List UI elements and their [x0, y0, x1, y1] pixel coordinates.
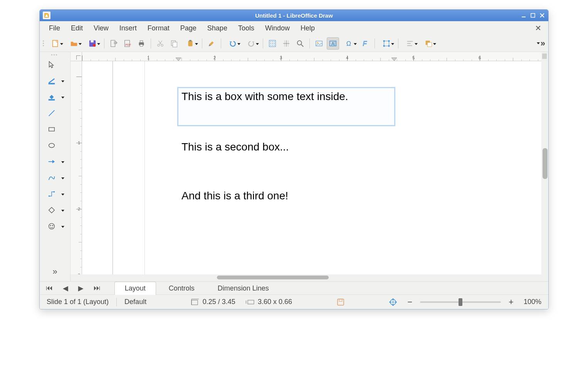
minimize-button[interactable] [521, 12, 527, 18]
first-slide-button[interactable]: ⏮ [44, 283, 54, 293]
status-style[interactable]: Default [122, 298, 149, 306]
arrange-icon[interactable] [420, 37, 437, 50]
last-slide-button[interactable]: ⏭ [92, 283, 102, 293]
side-toolbox: » [40, 52, 71, 281]
svg-rect-25 [188, 40, 193, 46]
svg-point-85 [50, 225, 51, 226]
app-icon [43, 12, 50, 19]
line-color-icon[interactable] [44, 75, 67, 87]
zoom-slider-knob[interactable] [459, 298, 462, 306]
transform-icon[interactable] [378, 37, 395, 50]
svg-rect-57 [383, 40, 385, 42]
save-icon[interactable] [84, 37, 101, 50]
svg-marker-87 [61, 226, 64, 228]
fill-color-icon[interactable] [44, 91, 67, 103]
menu-format[interactable]: Format [142, 23, 175, 34]
symbol-shapes-icon[interactable] [44, 220, 67, 232]
line-icon[interactable] [44, 107, 67, 119]
status-slide[interactable]: Slide 1 of 1 (Layout) [44, 298, 111, 306]
svg-rect-95 [338, 299, 344, 305]
menu-insert[interactable]: Insert [114, 23, 142, 34]
ellipse-icon[interactable] [44, 139, 67, 152]
svg-marker-12 [97, 43, 100, 45]
textbox-3[interactable]: And this is a third one! [178, 187, 394, 211]
snap-guides-icon[interactable] [280, 37, 292, 50]
toolbox-grip[interactable] [51, 54, 59, 55]
basic-shapes-icon[interactable] [44, 204, 67, 216]
toolbar-separator [375, 38, 375, 48]
close-button[interactable] [539, 12, 545, 18]
svg-marker-29 [256, 43, 259, 45]
image-icon[interactable] [313, 37, 325, 50]
textbox-2[interactable]: This is a second box... [178, 139, 394, 162]
zoom-out-button[interactable]: − [405, 297, 415, 307]
toolbox-overflow-button[interactable]: » [50, 264, 59, 279]
drawing-canvas[interactable]: This is a box with some text inside.This… [82, 61, 541, 274]
menu-file[interactable]: File [44, 23, 66, 34]
arrow-icon[interactable] [44, 155, 67, 168]
textbox-1[interactable]: This is a box with some text inside. [178, 88, 394, 125]
ruler-indent-marker[interactable] [176, 55, 181, 61]
toolbar-overflow-button[interactable]: » [537, 38, 545, 48]
svg-rect-6 [53, 40, 58, 47]
vertical-scroll-thumb[interactable] [543, 148, 548, 179]
fit-page-button[interactable] [386, 298, 400, 306]
status-save-icon[interactable] [334, 298, 347, 306]
paste-icon[interactable] [182, 37, 199, 50]
cut-icon[interactable] [154, 37, 166, 50]
svg-rect-26 [189, 40, 192, 41]
svg-marker-8 [79, 43, 82, 45]
open-icon[interactable] [66, 37, 82, 50]
zoom-in-button[interactable]: + [506, 297, 516, 307]
fontwork-icon[interactable]: F [359, 37, 371, 50]
textbox-icon[interactable]: A [327, 37, 339, 50]
svg-rect-58 [383, 45, 385, 47]
zoom-icon[interactable] [294, 37, 306, 50]
toolbar-grip[interactable] [43, 40, 45, 46]
layer-tab-layout[interactable]: Layout [114, 282, 156, 295]
svg-rect-18 [140, 44, 143, 46]
layer-tab-dimension-lines[interactable]: Dimension Lines [207, 282, 279, 295]
next-slide-button[interactable]: ▶ [77, 283, 85, 293]
zoom-slider[interactable] [420, 301, 501, 303]
svg-rect-70 [48, 83, 55, 85]
zoom-value[interactable]: 100% [521, 298, 544, 306]
print-icon[interactable] [135, 37, 148, 50]
ruler-indent-marker[interactable] [391, 55, 397, 61]
horizontal-scrollbar[interactable] [71, 274, 548, 281]
svg-line-45 [301, 44, 304, 47]
select-icon[interactable] [44, 58, 67, 71]
undo-icon[interactable] [224, 37, 241, 50]
menu-help[interactable]: Help [295, 23, 320, 34]
prev-slide-button[interactable]: ◀ [61, 283, 70, 293]
toolbar-separator [104, 38, 104, 48]
connector-icon[interactable] [44, 188, 67, 200]
vertical-scrollbar[interactable] [541, 52, 548, 274]
curve-icon[interactable] [44, 172, 67, 184]
align-icon[interactable] [402, 37, 418, 50]
close-document-button[interactable]: ✕ [532, 22, 544, 34]
clone-format-icon[interactable] [205, 37, 218, 50]
horizontal-scroll-thumb[interactable] [217, 276, 329, 279]
grid-icon[interactable] [266, 37, 279, 50]
rectangle-icon[interactable] [44, 123, 67, 135]
export-icon[interactable] [108, 37, 120, 50]
menu-shape[interactable]: Shape [202, 23, 233, 34]
menu-view[interactable]: View [88, 23, 114, 34]
horizontal-ruler[interactable]: 1234567 [82, 52, 541, 61]
redo-icon[interactable] [243, 37, 260, 50]
menu-tools[interactable]: Tools [233, 23, 260, 34]
vertical-ruler[interactable]: 1234 [71, 61, 82, 274]
new-doc-icon[interactable] [47, 37, 64, 50]
copy-icon[interactable] [168, 37, 180, 50]
scroll-up-button[interactable] [542, 53, 547, 59]
svg-point-37 [274, 41, 275, 42]
menu-edit[interactable]: Edit [66, 23, 88, 34]
export-pdf-icon[interactable]: PDF [121, 37, 134, 50]
maximize-button[interactable] [530, 12, 536, 18]
menu-page[interactable]: Page [175, 23, 202, 34]
special-char-icon[interactable]: Ω [341, 37, 358, 50]
menu-window[interactable]: Window [260, 23, 295, 34]
layer-tab-controls[interactable]: Controls [158, 282, 205, 295]
svg-rect-60 [388, 45, 390, 47]
